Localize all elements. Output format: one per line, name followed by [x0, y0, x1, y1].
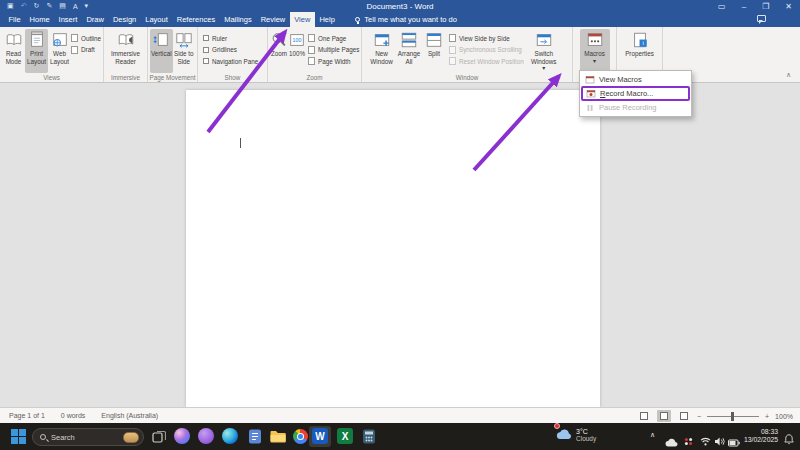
tab-references[interactable]: References — [172, 12, 219, 27]
taskbar-clock[interactable]: 08:33 13/02/2025 — [740, 428, 778, 445]
navigation-pane-checkbox-icon — [203, 58, 209, 64]
print-layout-view-icon — [660, 412, 668, 420]
read-mode-view-button[interactable] — [637, 410, 651, 422]
feedback-icon[interactable] — [757, 15, 766, 22]
task-view-icon[interactable] — [150, 428, 167, 445]
synchronous-scrolling-label: Synchronous Scrolling — [459, 46, 522, 53]
switch-windows-label: Switch Windows — [528, 50, 560, 65]
tab-home[interactable]: Home — [25, 12, 54, 27]
language-status[interactable]: English (Australia) — [101, 412, 158, 419]
taskbar-search[interactable]: Search — [32, 428, 144, 446]
multiple-pages-icon — [308, 46, 315, 54]
zoom-label: Zoom — [271, 50, 287, 58]
title-bar: ▣ ↶ ↻ ✎ ▤ A ▾ Document3 - Word ▭ – ❐ ✕ F… — [0, 0, 800, 27]
pause-recording-icon — [585, 103, 595, 113]
gridlines-checkbox[interactable]: Gridlines — [203, 46, 258, 54]
ruler-label: Ruler — [212, 35, 227, 42]
tab-mailings[interactable]: Mailings — [220, 12, 257, 27]
view-side-by-side-button[interactable]: View Side by Side — [449, 34, 524, 42]
document-page[interactable] — [186, 90, 600, 407]
minimize-icon[interactable]: – — [742, 2, 746, 11]
page-width-button[interactable]: Page Width — [308, 57, 359, 65]
tray-expand-icon[interactable]: ∧ — [650, 431, 655, 439]
excel-icon[interactable]: X — [337, 428, 353, 444]
document-area — [0, 83, 800, 407]
zoom-100-button[interactable]: 100% — [288, 29, 306, 73]
tab-file[interactable]: File — [4, 12, 25, 27]
tab-draw[interactable]: Draw — [82, 12, 109, 27]
zoom-in-button[interactable]: + — [765, 413, 769, 420]
outline-button[interactable]: Outline — [71, 34, 101, 42]
tab-review[interactable]: Review — [256, 12, 290, 27]
word-count[interactable]: 0 words — [61, 412, 86, 419]
record-macro-menu-item[interactable]: Record Macro... — [581, 86, 690, 101]
restore-icon[interactable]: ❐ — [762, 2, 769, 11]
ruler-checkbox[interactable]: Ruler — [203, 34, 258, 42]
onedrive-icon[interactable] — [665, 433, 678, 450]
cortana-icon[interactable] — [198, 428, 214, 444]
macros-dropdown-icon: ▾ — [593, 58, 596, 65]
ribbon-options-icon[interactable]: ▭ — [718, 2, 726, 11]
calculator-icon[interactable] — [360, 428, 377, 445]
word-icon[interactable]: W — [312, 428, 328, 444]
properties-button[interactable]: Properties — [620, 29, 660, 73]
web-layout-button[interactable]: Web Layout — [48, 29, 71, 73]
weather-widget[interactable]: 3°C Cloudy — [556, 426, 596, 444]
macros-button[interactable]: Macros ▾ — [580, 29, 610, 73]
tab-help[interactable]: Help — [315, 12, 339, 27]
tab-view[interactable]: View — [290, 12, 315, 27]
tab-design[interactable]: Design — [108, 12, 140, 27]
collapse-ribbon-icon[interactable]: ∧ — [786, 71, 791, 79]
ribbon-group-window: New Window Arrange All Split View Side b… — [362, 27, 573, 82]
print-layout-view-button[interactable] — [657, 410, 671, 422]
split-button[interactable]: Split — [423, 29, 445, 73]
volume-icon[interactable] — [714, 432, 725, 450]
close-icon[interactable]: ✕ — [785, 2, 792, 11]
battery-icon[interactable] — [728, 433, 740, 450]
tab-insert[interactable]: Insert — [54, 12, 82, 27]
draft-icon — [71, 46, 78, 54]
reset-window-position-icon — [449, 57, 456, 65]
draft-button[interactable]: Draft — [71, 46, 101, 54]
zoom-out-button[interactable]: − — [697, 413, 701, 420]
zoom-percentage[interactable]: 100% — [775, 413, 793, 420]
new-window-button[interactable]: New Window — [368, 29, 395, 73]
switch-windows-button[interactable]: Switch Windows ▾ — [528, 29, 560, 73]
zoom-slider-thumb[interactable] — [731, 412, 734, 421]
web-layout-view-button[interactable] — [677, 410, 691, 422]
chrome-icon[interactable] — [292, 428, 309, 445]
immersive-reader-button[interactable]: Immersive Reader — [108, 29, 144, 73]
wifi-icon[interactable] — [700, 432, 711, 450]
search-icon — [40, 434, 46, 440]
read-mode-button[interactable]: Read Mode — [2, 29, 25, 73]
macros-icon — [586, 31, 604, 49]
tab-layout[interactable]: Layout — [141, 12, 173, 27]
page-count[interactable]: Page 1 of 1 — [9, 412, 45, 419]
view-macros-menu-item[interactable]: View Macros — [580, 73, 691, 86]
tell-me-box[interactable]: Tell me what you want to do — [355, 12, 457, 27]
view-side-by-side-label: View Side by Side — [459, 35, 510, 42]
notification-bell-icon[interactable] — [784, 431, 794, 449]
start-button[interactable] — [11, 429, 26, 444]
zoom-slider[interactable] — [707, 416, 759, 417]
new-window-label: New Window — [368, 50, 395, 65]
edge-icon[interactable] — [222, 428, 238, 444]
properties-icon — [631, 31, 649, 49]
view-side-by-side-icon — [449, 34, 456, 42]
zoom-button[interactable]: Zoom — [270, 29, 288, 73]
copilot-icon[interactable] — [174, 428, 190, 444]
one-page-icon — [308, 34, 315, 42]
synchronous-scrolling-icon — [449, 46, 456, 54]
side-to-side-button[interactable]: Side to Side — [173, 29, 196, 73]
one-page-button[interactable]: One Page — [308, 34, 359, 42]
file-explorer-icon[interactable] — [269, 428, 286, 445]
vertical-button[interactable]: Vertical — [150, 29, 173, 73]
multiple-pages-button[interactable]: Multiple Pages — [308, 46, 359, 54]
print-layout-button[interactable]: Print Layout — [25, 29, 48, 73]
notepad-icon[interactable] — [246, 428, 263, 445]
outline-label: Outline — [81, 35, 101, 42]
navigation-pane-checkbox[interactable]: Navigation Pane — [203, 57, 258, 65]
security-tray-icon[interactable] — [684, 432, 693, 450]
arrange-all-button[interactable]: Arrange All — [395, 29, 423, 73]
weather-temp: 3°C — [576, 428, 596, 436]
